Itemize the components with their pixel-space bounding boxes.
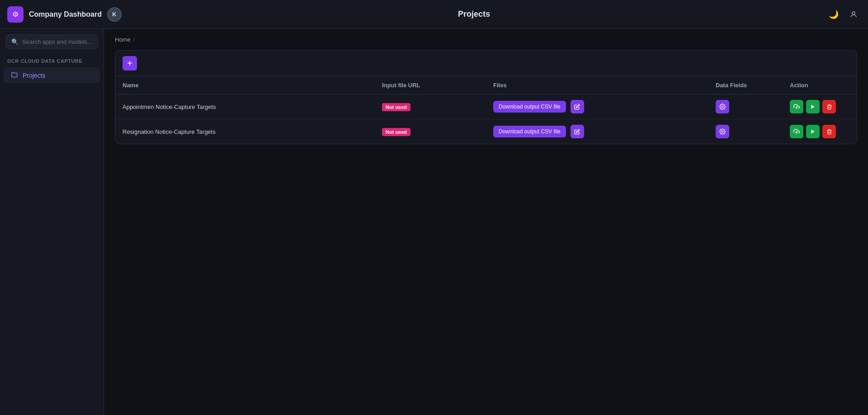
sidebar-section-label: OCR Cloud Data Capture <box>0 57 104 67</box>
row2-delete-button[interactable] <box>822 125 836 138</box>
row2-datafields <box>708 119 783 144</box>
row2-upload-button[interactable] <box>790 125 803 138</box>
col-header-datafields: Data Fields <box>708 76 783 94</box>
table-row: Appointmen Notice-Capture Targets Not us… <box>115 94 857 119</box>
row2-run-button[interactable] <box>806 125 820 138</box>
row2-files-cell: Download output CSV file <box>493 125 701 138</box>
row2-name: Resignation Notice-Capture Targets <box>115 119 375 144</box>
add-project-button[interactable]: + <box>123 56 137 71</box>
page-heading: Projects <box>458 9 490 19</box>
user-avatar-k: K <box>107 7 122 22</box>
row1-delete-button[interactable] <box>822 100 836 113</box>
row1-run-button[interactable] <box>806 100 820 113</box>
row1-files-cell: Download output CSV file <box>493 100 701 113</box>
projects-label: Projects <box>23 72 46 79</box>
row1-datafields <box>708 94 783 119</box>
sidebar: 🔍 Search apps and models... OCR Cloud Da… <box>0 29 104 415</box>
row2-not-used-badge: Not used <box>382 128 410 136</box>
table-container: + Name Input file URL Files Data Fields … <box>115 50 857 144</box>
row1-action-btns <box>790 100 849 113</box>
sidebar-item-projects[interactable]: Projects <box>4 67 100 83</box>
header-left: ⚙ Company Dashboard K <box>7 6 122 23</box>
row1-not-used-badge: Not used <box>382 103 410 111</box>
projects-table: Name Input file URL Files Data Fields Ac… <box>115 76 857 144</box>
row2-edit-button[interactable] <box>571 125 584 138</box>
svg-marker-3 <box>811 105 815 109</box>
col-header-url: Input file URL <box>375 76 486 94</box>
row1-settings-button[interactable] <box>716 100 729 113</box>
search-placeholder: Search apps and models... <box>22 38 92 45</box>
top-header: ⚙ Company Dashboard K Projects 🌙 <box>0 0 868 29</box>
breadcrumb: Home / <box>115 36 857 43</box>
app-logo: ⚙ <box>7 6 24 23</box>
header-center: Projects <box>458 9 490 19</box>
svg-point-1 <box>722 106 723 108</box>
row2-settings-button[interactable] <box>716 125 729 138</box>
row1-files: Download output CSV file <box>486 94 708 119</box>
col-header-name: Name <box>115 76 375 94</box>
row2-action <box>783 119 857 144</box>
search-bar[interactable]: 🔍 Search apps and models... <box>5 34 98 49</box>
header-right: 🌙 <box>826 7 861 22</box>
projects-icon <box>11 71 18 80</box>
col-header-files: Files <box>486 76 708 94</box>
row1-upload-button[interactable] <box>790 100 803 113</box>
row2-action-btns <box>790 125 849 138</box>
table-toolbar: + <box>115 51 857 76</box>
svg-point-4 <box>722 131 723 132</box>
table-header-row: Name Input file URL Files Data Fields Ac… <box>115 76 857 94</box>
row2-url: Not used <box>375 119 486 144</box>
theme-toggle-button[interactable]: 🌙 <box>826 7 841 22</box>
user-profile-button[interactable] <box>846 7 861 22</box>
breadcrumb-home[interactable]: Home <box>115 36 131 43</box>
svg-marker-6 <box>811 130 815 134</box>
search-icon: 🔍 <box>11 38 19 45</box>
row1-edit-button[interactable] <box>571 100 584 113</box>
table-row: Resignation Notice-Capture Targets Not u… <box>115 119 857 144</box>
row2-files: Download output CSV file <box>486 119 708 144</box>
app-title: Company Dashboard <box>29 10 102 19</box>
row2-download-button[interactable]: Download output CSV file <box>493 126 566 137</box>
svg-point-0 <box>852 12 855 14</box>
row1-name: Appointmen Notice-Capture Targets <box>115 94 375 119</box>
row1-action <box>783 94 857 119</box>
row1-download-button[interactable]: Download output CSV file <box>493 101 566 113</box>
row1-url: Not used <box>375 94 486 119</box>
content-area: Home / + Name Input file URL Files Data … <box>104 29 868 415</box>
main-layout: 🔍 Search apps and models... OCR Cloud Da… <box>0 29 868 415</box>
breadcrumb-separator: / <box>133 36 135 43</box>
col-header-action: Action <box>783 76 857 94</box>
